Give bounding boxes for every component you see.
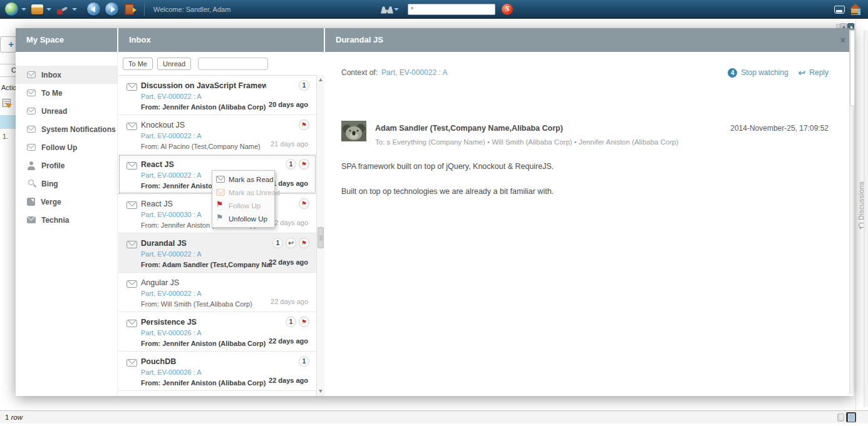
message-title: React JS (141, 160, 266, 169)
unread-filter-button[interactable]: Unread (157, 58, 191, 70)
message-title: Knockout JS (141, 121, 266, 129)
message-title: Durandal JS (141, 239, 266, 248)
context-menu-item[interactable]: Unfollow Up (212, 212, 274, 225)
message-list-item[interactable]: Angular JS Part, EV-000022 : A From: Wil… (118, 273, 316, 312)
sidebar-item[interactable]: To Me (16, 84, 117, 102)
sidebar-item-icon (27, 198, 35, 206)
message-context-link[interactable]: Part, EV-000026 : A (141, 329, 310, 337)
message-from: From: Jennifer Aniston (Alibaba Corp) (141, 340, 272, 347)
flag-badge-icon (299, 198, 309, 209)
message-age: 22 days ago (269, 337, 308, 345)
flag-badge-icon (299, 119, 309, 130)
back-button[interactable] (87, 3, 100, 16)
inbox-search-input[interactable] (198, 58, 268, 70)
app-globe-icon[interactable] (5, 3, 18, 16)
context-menu-item[interactable]: Mark as Unread (212, 186, 274, 199)
detail-header: Durandal JS × (325, 28, 854, 52)
chevron-down-icon[interactable] (394, 8, 399, 11)
context-menu-item[interactable]: Follow Up (212, 199, 274, 212)
message-age: 22 days ago (269, 377, 308, 384)
chevron-down-icon[interactable] (46, 8, 51, 11)
envelope-icon (127, 241, 137, 248)
stop-watching-link[interactable]: Stop watching (741, 68, 788, 77)
envelope-icon (127, 83, 137, 91)
message-badges: 1 (286, 317, 309, 327)
context-menu-item[interactable]: Mark as Read (212, 173, 274, 186)
home-icon[interactable] (850, 5, 862, 15)
sidebar-item-icon (27, 108, 36, 114)
page-vertical-scrollbar[interactable] (864, 30, 868, 407)
sidebar-item[interactable]: Verge (16, 193, 117, 211)
sidebar-item-icon (27, 180, 36, 188)
sidebar-item[interactable]: Profile (16, 156, 117, 175)
message-list-scrollbar[interactable] (316, 75, 324, 396)
sidebar-item-label: System Notifications (41, 125, 116, 134)
message-context-link[interactable]: Part, EV-000026 : A (141, 368, 310, 376)
reply-badge-icon (286, 238, 296, 248)
s-logo-icon[interactable]: S (502, 4, 513, 15)
inbox-header: Inbox (118, 28, 324, 52)
search-binoculars-icon[interactable] (381, 6, 393, 14)
tab-fragment: C (0, 64, 16, 77)
sidebar-item-icon (27, 89, 36, 96)
envelope-icon (127, 201, 137, 209)
add-item-button-fragment[interactable]: + (0, 36, 16, 53)
sidebar-item[interactable]: Bing (16, 175, 117, 193)
sidebar-item-label: Verge (41, 198, 61, 206)
watch-count-badge: 4 (728, 68, 737, 78)
sidebar-item[interactable]: Inbox (16, 66, 117, 84)
sidebar-item-label: Follow Up (41, 143, 77, 152)
avatar (341, 121, 366, 141)
row-count-text: 1row (5, 413, 23, 421)
layout-toggle-icon[interactable] (837, 413, 844, 422)
envelope-icon (127, 359, 137, 367)
forward-button[interactable] (105, 3, 118, 16)
sidebar-item[interactable]: System Notifications (16, 120, 117, 138)
message-from: From: Al Pacino (Test,Company Name) (141, 143, 272, 150)
quick-search-input[interactable] (408, 4, 495, 15)
message-list-item[interactable]: Durandal JS Part, EV-000022 : A From: Ad… (118, 233, 316, 273)
sidebar-item[interactable]: Unread (16, 102, 117, 120)
scroll-down-icon[interactable] (319, 390, 323, 393)
envelope-icon (127, 123, 137, 130)
context-menu-item-icon (216, 176, 225, 183)
chevron-down-icon[interactable] (72, 8, 77, 11)
message-age: 20 days ago (269, 101, 308, 108)
unread-count-badge: 1 (272, 238, 283, 248)
to-me-filter-button[interactable]: To Me (123, 58, 153, 70)
message-context-link[interactable]: Part, EV-000022 : A (141, 132, 310, 139)
message-context-link[interactable]: Part, EV-000022 : A (141, 290, 310, 297)
message-list-item[interactable]: PouchDB Part, EV-000026 : A From: Jennif… (118, 352, 316, 391)
scrollbar-thumb[interactable] (318, 227, 324, 248)
sidebar-item-icon (27, 162, 36, 170)
inbox-tray-icon[interactable] (834, 6, 845, 14)
message-paragraph: Built on top op technologies we are alre… (341, 186, 816, 198)
sidebar-item[interactable]: Technia (16, 211, 117, 229)
message-badges: 1 (299, 80, 309, 91)
message-context-link[interactable]: Part, EV-000022 : A (141, 93, 310, 100)
reply-link[interactable]: Reply (809, 68, 829, 77)
message-list: Discussion on JavaScript Frameworks Part… (118, 75, 316, 396)
message-list-item[interactable]: Persistence JS Part, EV-000026 : A From:… (118, 312, 316, 352)
tools-icon[interactable] (56, 4, 69, 15)
context-of-link[interactable]: Part, EV-000022 : A (381, 68, 447, 77)
sidebar-item[interactable]: Follow Up (16, 138, 117, 156)
message-from: From: Jennifer Aniston (Alibaba Corp) (141, 103, 272, 111)
chevron-down-icon[interactable] (21, 8, 26, 11)
message-list-item[interactable]: Discussion on JavaScript Frameworks Part… (118, 76, 316, 115)
scroll-up-icon[interactable] (319, 78, 323, 81)
message-context-link[interactable]: Part, EV-000022 : A (141, 250, 310, 258)
message-from: From: Adam Sandler (Test,Company Name,..… (141, 261, 272, 268)
filter-icon[interactable] (3, 99, 11, 107)
message-author: Adam Sandler (Test,Company Name,Alibaba … (375, 124, 563, 133)
logout-icon[interactable] (125, 4, 134, 15)
detail-scrollbar[interactable] (849, 30, 854, 394)
flag-badge-icon (299, 238, 309, 248)
sidebar-header: My Space (16, 28, 118, 52)
message-list-item[interactable]: Knockout JS Part, EV-000022 : A From: Al… (118, 115, 316, 155)
discussion-detail-panel: Context of:Part, EV-000022 : A 4 Stop wa… (325, 52, 854, 396)
close-icon[interactable]: × (840, 28, 845, 52)
flag-badge-icon (299, 159, 309, 170)
actions-hand-icon[interactable] (31, 4, 43, 14)
layout-toggle-active-icon[interactable] (846, 412, 856, 422)
